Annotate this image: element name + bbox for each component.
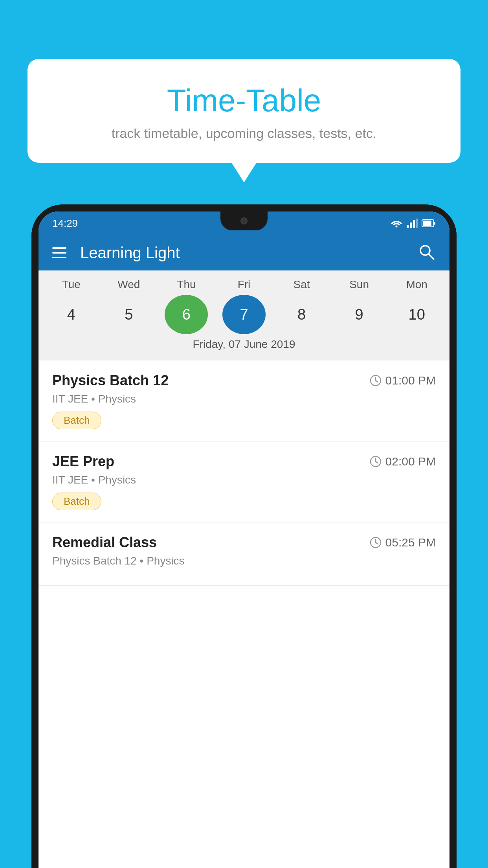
- status-bar: 14:29: [39, 211, 449, 235]
- schedule-item-2[interactable]: JEE Prep 02:00 PM IIT JEE • Physics Batc…: [39, 441, 449, 522]
- day-tue: Tue: [50, 278, 93, 291]
- schedule-item-2-badge: Batch: [52, 493, 101, 510]
- svg-line-18: [376, 542, 378, 544]
- phone-screen: 14:29: [39, 211, 449, 868]
- hamburger-menu-button[interactable]: [52, 247, 66, 258]
- date-7-selected[interactable]: 7: [222, 295, 266, 334]
- svg-rect-4: [416, 219, 418, 228]
- bubble-title: Time-Table: [51, 83, 437, 119]
- schedule-item-3-title: Remedial Class: [52, 534, 157, 551]
- schedule-item-3-time: 05:25 PM: [370, 536, 436, 549]
- phone-frame: 14:29: [31, 204, 457, 868]
- date-9[interactable]: 9: [338, 295, 381, 334]
- date-8[interactable]: 8: [280, 295, 323, 334]
- schedule-item-1[interactable]: Physics Batch 12 01:00 PM IIT JEE • Phys…: [39, 360, 449, 441]
- schedule-list: Physics Batch 12 01:00 PM IIT JEE • Phys…: [39, 360, 449, 586]
- clock-icon-2: [370, 456, 382, 467]
- date-10[interactable]: 10: [395, 295, 438, 334]
- day-sat: Sat: [280, 278, 323, 291]
- schedule-item-1-subtitle: IIT JEE • Physics: [52, 393, 436, 405]
- clock-icon-3: [370, 537, 382, 548]
- speech-bubble: Time-Table track timetable, upcoming cla…: [28, 59, 460, 163]
- camera-dot: [240, 217, 248, 224]
- app-header: Learning Light: [39, 235, 449, 270]
- clock-icon-1: [370, 375, 382, 386]
- days-row: Tue Wed Thu Fri Sat Sun Mon: [39, 278, 449, 291]
- svg-rect-2: [410, 223, 412, 228]
- schedule-item-2-header: JEE Prep 02:00 PM: [52, 453, 436, 470]
- bubble-subtitle: track timetable, upcoming classes, tests…: [51, 126, 437, 141]
- dates-row: 4 5 6 7 8 9 10: [39, 295, 449, 334]
- svg-rect-1: [407, 225, 409, 228]
- svg-rect-7: [434, 222, 435, 225]
- status-icons: [390, 219, 436, 228]
- schedule-item-2-subtitle: IIT JEE • Physics: [52, 474, 436, 486]
- phone-notch: [220, 211, 268, 230]
- schedule-item-3-subtitle: Physics Batch 12 • Physics: [52, 555, 436, 567]
- status-time: 14:29: [52, 217, 78, 230]
- search-button[interactable]: [418, 243, 436, 263]
- svg-rect-6: [423, 221, 431, 226]
- day-mon: Mon: [395, 278, 438, 291]
- schedule-item-1-title: Physics Batch 12: [52, 372, 169, 389]
- date-5[interactable]: 5: [107, 295, 150, 334]
- svg-line-12: [376, 381, 378, 382]
- svg-point-0: [396, 226, 398, 228]
- schedule-item-2-title: JEE Prep: [52, 453, 114, 470]
- schedule-item-2-time: 02:00 PM: [370, 455, 436, 468]
- day-thu: Thu: [165, 278, 208, 291]
- schedule-item-3[interactable]: Remedial Class 05:25 PM Physics Batch 12…: [39, 522, 449, 586]
- search-icon: [418, 243, 436, 261]
- date-4[interactable]: 4: [50, 295, 93, 334]
- signal-icon: [407, 219, 418, 228]
- day-fri: Fri: [222, 278, 266, 291]
- day-sun: Sun: [338, 278, 381, 291]
- schedule-item-1-time: 01:00 PM: [370, 374, 436, 387]
- selected-date-label: Friday, 07 June 2019: [39, 334, 449, 357]
- svg-rect-3: [413, 220, 415, 228]
- wifi-icon: [390, 219, 403, 228]
- day-wed: Wed: [107, 278, 150, 291]
- calendar-strip: Tue Wed Thu Fri Sat Sun Mon 4 5 6 7 8 9 …: [39, 270, 449, 360]
- app-title: Learning Light: [80, 244, 418, 262]
- battery-icon: [422, 219, 436, 228]
- svg-line-9: [429, 254, 434, 259]
- phone-inner: 14:29: [31, 204, 457, 868]
- speech-bubble-container: Time-Table track timetable, upcoming cla…: [28, 59, 460, 163]
- schedule-item-1-header: Physics Batch 12 01:00 PM: [52, 372, 436, 389]
- schedule-item-1-badge: Batch: [52, 412, 101, 429]
- svg-line-15: [376, 462, 378, 463]
- schedule-item-3-header: Remedial Class 05:25 PM: [52, 534, 436, 551]
- date-6-today[interactable]: 6: [165, 295, 208, 334]
